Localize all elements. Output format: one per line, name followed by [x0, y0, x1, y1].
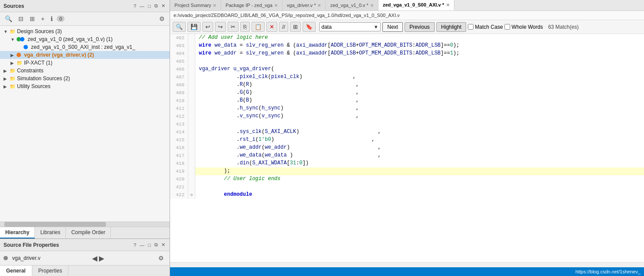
save-btn[interactable]: 💾 [187, 22, 201, 32]
tree-item-zed-vga-inst[interactable]: zed_vga_v1_0_S00_AXI_inst : zed_vga_v1_ [0, 43, 170, 51]
tab-label: Project Summary [174, 3, 211, 8]
close-icon[interactable]: ✕ [160, 2, 166, 10]
tab-project-summary[interactable]: Project Summary ✕ [170, 0, 221, 10]
match-case-label[interactable]: Match Case [468, 24, 503, 30]
expand-all-button[interactable]: ⊞ [27, 14, 37, 24]
tab-label: Package IP - zed_vga [225, 3, 272, 8]
minimize-icon[interactable]: — [139, 3, 145, 10]
info-button[interactable]: ℹ [48, 14, 55, 24]
sfp-maximize-icon[interactable]: ⧉ [153, 241, 159, 249]
close-tab-icon[interactable]: ✕ [446, 3, 450, 7]
settings-button[interactable]: ⚙ [157, 14, 167, 24]
tab-package-ip[interactable]: Package IP - zed_vga ✕ [221, 0, 282, 10]
line-gutter [188, 183, 195, 191]
h-scrollbar[interactable] [0, 221, 170, 227]
line-gutter [188, 175, 195, 183]
delete-btn[interactable]: ✕ [266, 22, 277, 32]
whole-words-checkbox[interactable] [504, 24, 510, 30]
tree-item-vga-driver[interactable]: ▶ vga_driver (vga_driver.v) (2) [0, 51, 170, 59]
close-tab-icon[interactable]: ✕ [213, 3, 216, 8]
close-tab-icon[interactable]: ✕ [317, 3, 321, 8]
sfp-row: vga_driver.v ◀ ▶ ⚙ [0, 251, 170, 265]
close-tab-icon[interactable]: ✕ [370, 3, 374, 8]
expand-icon: ▼ [10, 37, 17, 42]
comment-btn[interactable]: // [279, 22, 288, 32]
line-content [195, 58, 644, 65]
help-icon[interactable]: ? [133, 3, 137, 10]
highlight-button[interactable]: Highlight [436, 22, 467, 32]
line-number: 409 [170, 89, 188, 97]
sfp-filename: vga_driver.v [12, 255, 41, 261]
copy-btn[interactable]: ⎘ [240, 22, 250, 32]
previous-button[interactable]: Previous [405, 22, 435, 32]
search-input[interactable] [321, 24, 374, 30]
sfp-minimize-icon[interactable]: — [139, 242, 145, 249]
code-line: 416 .we_addr(we_addr) , [170, 144, 644, 152]
tab-properties[interactable]: Properties [32, 266, 69, 276]
whole-words-label[interactable]: Whole Words [504, 24, 543, 30]
sfp-nav: ◀ ▶ [92, 254, 104, 262]
editor-h-scrollbar[interactable] [170, 262, 644, 267]
tree-label: Constraints [17, 68, 44, 74]
line-gutter [188, 50, 195, 58]
expand-icon: ▶ [3, 84, 10, 89]
tab-compile-order[interactable]: Compile Order [66, 227, 111, 239]
tab-libraries[interactable]: Libraries [35, 227, 66, 239]
add-button[interactable]: + [39, 14, 47, 24]
tree-item-sim-sources[interactable]: ▶ 📁 Simulation Sources (2) [0, 75, 170, 82]
code-line: 419 ); [170, 167, 644, 175]
sfp-restore-icon[interactable]: □ [147, 242, 152, 249]
code-line: 408 .R(R) , [170, 81, 644, 89]
sfp-back-button[interactable]: ◀ [92, 254, 97, 262]
tree-item-design-sources[interactable]: ▼ 📁 Design Sources (3) [0, 27, 170, 35]
line-gutter [188, 144, 195, 152]
folder-icon: 📁 [10, 68, 16, 74]
search-dropdown-btn[interactable]: ▾ [374, 24, 378, 30]
tree-label: zed_vga_v1_0_S00_AXI_inst : zed_vga_v1_ [30, 44, 135, 50]
collapse-all-button[interactable]: ⊟ [16, 14, 26, 24]
bookmark-btn[interactable]: 🔖 [303, 22, 316, 32]
redo-btn[interactable]: ↪ [215, 22, 226, 32]
expand-icon [17, 45, 24, 50]
line-gutter [188, 89, 195, 97]
close-tab-icon[interactable]: ✕ [274, 3, 278, 8]
match-case-text: Match Case [475, 24, 503, 30]
line-gutter [188, 105, 195, 112]
search-toolbar-btn[interactable]: 🔍 [173, 22, 186, 32]
tree-item-utility-sources[interactable]: ▶ 📁 Utility Sources [0, 82, 170, 90]
tree-item-zed-vga-v1[interactable]: ▼ zed_vga_v1_0 (zed_vga_v1_0.v) (1) [0, 35, 170, 43]
expand-icon: ▶ [10, 61, 17, 65]
line-content: .h_sync(h_sync) , [195, 105, 644, 112]
tab-zed-vga-s00[interactable]: zed_vga_v1_0_S00_AXI.v * ✕ [378, 0, 454, 10]
line-gutter [188, 81, 195, 89]
tab-hierarchy[interactable]: Hierarchy [0, 227, 35, 239]
match-case-checkbox[interactable] [468, 24, 474, 30]
line-number: 417 [170, 152, 188, 160]
undo-btn[interactable]: ↩ [202, 22, 213, 32]
restore-icon[interactable]: □ [147, 3, 152, 10]
tab-vga-driver[interactable]: vga_driver.v * ✕ [283, 0, 326, 10]
cut-btn[interactable]: ✂ [228, 22, 239, 32]
sfp-settings-button[interactable]: ⚙ [156, 253, 166, 263]
tab-general[interactable]: General [0, 266, 32, 276]
sfp-panel: Source File Properties ? — □ ⧉ ✕ vga_dri… [0, 239, 170, 276]
align-btn[interactable]: ⊞ [290, 22, 301, 32]
line-content: .v_sync(v_sync) , [195, 112, 644, 120]
tree-item-constraints[interactable]: ▶ 📁 Constraints [0, 67, 170, 75]
sfp-help-icon[interactable]: ? [133, 242, 137, 249]
sfp-forward-button[interactable]: ▶ [99, 254, 104, 262]
file-path: e:/vivado_project/ZEDBOARD_LIB/LAB_06_VG… [174, 13, 400, 18]
sfp-close-icon[interactable]: ✕ [160, 241, 166, 249]
code-line: 404 wire we_addr = slv_reg_wren & (axi_a… [170, 50, 644, 58]
line-gutter [188, 34, 195, 42]
tree-item-ip-xact[interactable]: ▶ 📁 IP-XACT (1) [0, 59, 170, 67]
maximize-icon[interactable]: ⧉ [153, 2, 159, 10]
search-button[interactable]: 🔍 [3, 14, 14, 24]
expand-icon: ▶ [3, 68, 10, 73]
code-area[interactable]: 402 // Add user logic here 403 wire we_d… [170, 34, 644, 262]
tab-zed-vga-v1[interactable]: zed_vga_v1_0.v * ✕ [326, 0, 378, 10]
paste-btn[interactable]: 📋 [252, 22, 265, 32]
code-line: 417 .we_data(we_data ) , [170, 152, 644, 160]
line-number: 420 [170, 175, 188, 183]
next-button[interactable]: Next [382, 22, 403, 32]
